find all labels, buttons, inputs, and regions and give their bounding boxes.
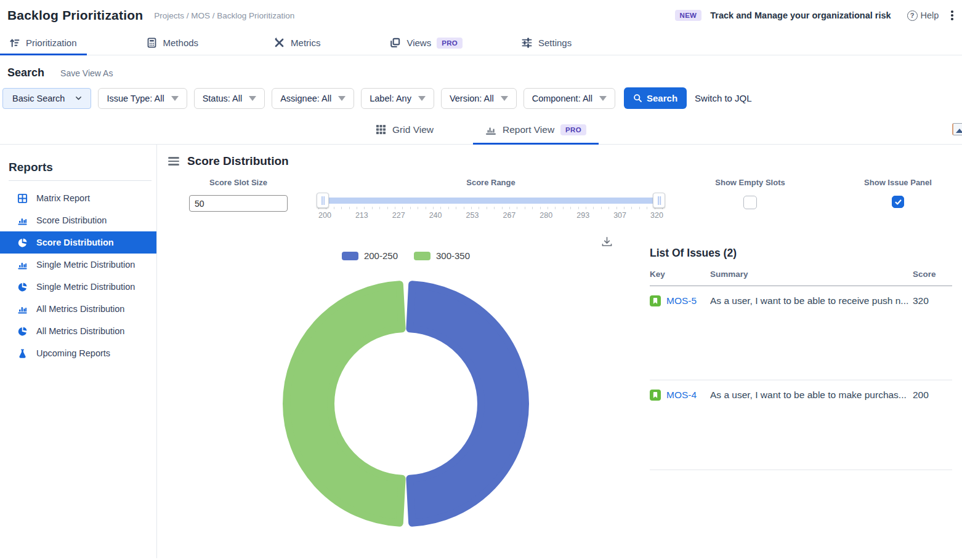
legend-item-300-350[interactable]: 300-350: [414, 250, 470, 261]
sidebar-item-single-metric-pie[interactable]: Single Metric Distribution: [0, 276, 156, 298]
filter-row: Basic Search Issue Type: All Status: All…: [2, 87, 962, 109]
slider-track[interactable]: [318, 198, 663, 204]
sidebar-item-upcoming-reports[interactable]: Upcoming Reports: [0, 342, 156, 364]
show-issue-panel-checkbox[interactable]: [892, 196, 904, 208]
hamburger-menu-icon[interactable]: [168, 157, 179, 166]
slider-tick-label: 240: [429, 211, 442, 220]
search-section-header: Search Save View As: [0, 55, 962, 79]
bar-chart-icon: [17, 215, 28, 226]
table-row[interactable]: MOS-5 As a user, I want to be able to re…: [650, 286, 952, 380]
filter-version[interactable]: Version: All: [441, 88, 517, 109]
breadcrumb[interactable]: Projects / MOS / Backlog Prioritization: [154, 11, 294, 20]
search-title: Search: [7, 66, 44, 79]
column-header-key: Key: [650, 270, 710, 279]
donut-segment-200-250[interactable]: [410, 284, 525, 522]
kebab-menu-icon[interactable]: [950, 9, 955, 22]
caret-down-icon: [418, 96, 426, 101]
promo-banner-text[interactable]: Track and Manage your organizational ris…: [710, 10, 891, 20]
donut-chart-panel: 200-250 300-350: [168, 237, 644, 533]
story-type-icon: [650, 390, 661, 401]
issue-key-link[interactable]: MOS-4: [666, 390, 697, 401]
save-view-as-link[interactable]: Save View As: [60, 68, 113, 78]
main-nav-tabs: Prioritization Methods Metrics: [0, 31, 962, 55]
slider-handle-max[interactable]: [653, 193, 665, 208]
issue-summary: As a user, I want to be able to make pur…: [710, 390, 913, 401]
slider-handle-min[interactable]: [317, 193, 329, 208]
sidebar-item-all-metrics-pie[interactable]: All Metrics Distribution: [0, 320, 156, 342]
chevron-down-icon: [75, 94, 83, 102]
flask-icon: [17, 348, 28, 359]
slider-tick-label: 213: [355, 211, 368, 220]
legend-swatch-green: [414, 252, 430, 260]
issue-key-link[interactable]: MOS-5: [666, 295, 697, 306]
caret-down-icon: [501, 96, 508, 101]
sidebar-item-single-metric-bar[interactable]: Single Metric Distribution: [0, 254, 156, 276]
tab-views[interactable]: Views PRO: [379, 31, 472, 55]
search-icon: [633, 94, 642, 103]
issue-summary: As a user, I want to be able to receive …: [710, 295, 913, 306]
search-button[interactable]: Search: [624, 87, 687, 109]
app-header: Backlog Prioritization Projects / MOS / …: [0, 0, 962, 31]
export-image-icon[interactable]: [952, 123, 962, 135]
tab-metrics[interactable]: Metrics: [264, 31, 330, 55]
filter-status[interactable]: Status: All: [194, 88, 265, 109]
search-mode-label: Basic Search: [12, 94, 65, 103]
column-header-summary: Summary: [710, 270, 913, 279]
divider: [9, 180, 152, 181]
calculator-icon: [146, 37, 158, 49]
download-chart-icon[interactable]: [600, 236, 613, 249]
issue-score: 320: [913, 295, 952, 306]
pro-badge: PRO: [560, 124, 586, 135]
filter-issue-type[interactable]: Issue Type: All: [98, 88, 187, 109]
bar-chart-icon: [17, 304, 28, 314]
switch-to-jql-link[interactable]: Switch to JQL: [695, 93, 752, 103]
tab-report-view[interactable]: Report View PRO: [473, 115, 599, 144]
search-mode-select[interactable]: Basic Search: [2, 88, 91, 109]
sidebar-item-label: All Metrics Distribution: [36, 304, 124, 314]
search-button-label: Search: [647, 93, 677, 103]
tab-prioritization[interactable]: Prioritization: [0, 31, 87, 55]
sidebar-item-matrix-report[interactable]: Matrix Report: [0, 187, 156, 209]
filter-label[interactable]: Label: Any: [361, 88, 434, 109]
sidebar-item-score-distribution-pie[interactable]: Score Distribution: [0, 231, 156, 254]
show-empty-slots-checkbox[interactable]: [743, 196, 757, 209]
new-badge: NEW: [675, 10, 702, 21]
filter-assignee[interactable]: Assignee: All: [272, 88, 354, 109]
tab-methods[interactable]: Methods: [136, 31, 209, 55]
view-tabs-row: Grid View Report View PRO: [0, 115, 962, 145]
reports-sidebar: Reports Matrix Report Score Distribution…: [0, 145, 157, 558]
caret-down-icon: [249, 96, 256, 101]
score-slot-size-label: Score Slot Size: [209, 178, 267, 187]
chart-legend: 200-250 300-350: [168, 250, 644, 261]
issues-table-header: Key Summary Score: [650, 270, 952, 286]
tab-label: Metrics: [291, 38, 320, 48]
sidebar-item-label: Upcoming Reports: [36, 348, 110, 358]
sort-arrow-icon: [9, 37, 20, 49]
filter-label: Component: All: [532, 94, 592, 103]
grid-icon: [376, 124, 386, 135]
story-type-icon: [650, 295, 661, 306]
caret-down-icon: [171, 96, 179, 101]
filter-label: Issue Type: All: [107, 94, 164, 103]
report-main: Score Distribution Score Slot Size Score…: [157, 145, 962, 558]
sidebar-item-all-metrics-bar[interactable]: All Metrics Distribution: [0, 298, 156, 320]
sidebar-item-score-distribution-bar[interactable]: Score Distribution: [0, 209, 156, 231]
help-button[interactable]: ? Help: [907, 10, 939, 21]
sidebar-item-label: Score Distribution: [36, 238, 114, 247]
show-empty-slots-label: Show Empty Slots: [715, 178, 785, 187]
legend-label: 300-350: [436, 250, 470, 261]
pie-chart-icon: [17, 326, 28, 337]
donut-segment-300-350[interactable]: [286, 284, 402, 522]
tab-settings[interactable]: Settings: [511, 31, 581, 55]
table-row[interactable]: MOS-4 As a user, I want to be able to ma…: [650, 380, 952, 470]
donut-chart[interactable]: [277, 274, 535, 533]
slider-tick-labels: 200 213 227 240 253 267 280 293 307 320: [318, 211, 663, 220]
slider-tick-label: 267: [503, 211, 515, 220]
filter-component[interactable]: Component: All: [523, 88, 615, 109]
slider-tick-label: 280: [540, 211, 552, 220]
tab-grid-view[interactable]: Grid View: [363, 115, 446, 144]
help-label: Help: [921, 10, 939, 20]
filter-label: Assignee: All: [280, 94, 331, 103]
legend-item-200-250[interactable]: 200-250: [342, 250, 398, 261]
score-slot-size-input[interactable]: [189, 195, 288, 212]
